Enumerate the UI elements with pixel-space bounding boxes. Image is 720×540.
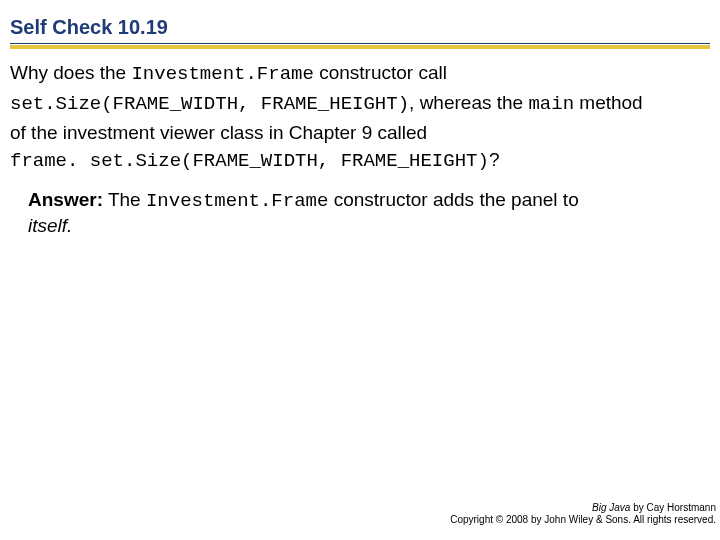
question-block: Why does the Investment.Frame constructo… [10,49,710,238]
slide: Self Check 10.19 Why does the Investment… [0,0,720,540]
question-line-1: Why does the Investment.Frame constructo… [10,61,710,87]
q-text: Why does the [10,62,131,83]
answer-tail: itself. [28,215,72,236]
question-line-4: frame. set.Size(FRAME_WIDTH, FRAME_HEIGH… [10,148,710,174]
question-line-2: set.Size(FRAME_WIDTH, FRAME_HEIGHT), whe… [10,91,710,117]
q-text: method [574,92,643,113]
q-text: of the investment viewer class in Chapte… [10,122,427,143]
rule-thin [10,43,710,44]
q-code-investmentframe: Investment.Frame [131,63,313,85]
answer-text: The [103,189,146,210]
answer-code: Investment.Frame [146,190,328,212]
q-code-main: main [528,93,574,115]
question-line-3: of the investment viewer class in Chapte… [10,121,710,145]
footer: Big Java by Cay Horstmann Copyright © 20… [450,502,716,526]
answer-line-1: Answer: The Investment.Frame constructor… [28,188,710,214]
q-text: , whereas the [409,92,528,113]
q-text: ? [489,149,500,170]
q-code-setsize: set.Size(FRAME_WIDTH, FRAME_HEIGHT) [10,93,409,115]
slide-title: Self Check 10.19 [10,16,710,41]
footer-byline: by Cay Horstmann [630,502,716,513]
q-code-frame-setsize: frame. set.Size(FRAME_WIDTH, FRAME_HEIGH… [10,150,489,172]
answer-label: Answer: [28,189,103,210]
footer-line-1: Big Java by Cay Horstmann [450,502,716,514]
q-text: constructor call [314,62,447,83]
footer-copyright: Copyright © 2008 by John Wiley & Sons. A… [450,514,716,526]
answer-line-2: itself. [28,214,710,239]
answer-block: Answer: The Investment.Frame constructor… [10,178,710,238]
footer-book-title: Big Java [592,502,630,513]
answer-text: constructor adds the panel to [328,189,578,210]
title-bar: Self Check 10.19 [10,0,710,49]
